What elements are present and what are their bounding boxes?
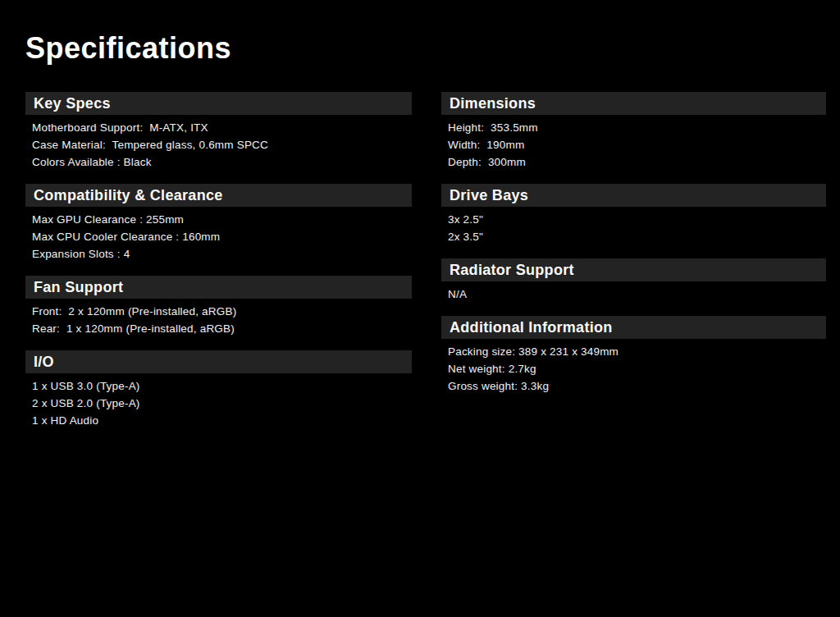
section-header: Compatibility & Clearance bbox=[25, 184, 412, 207]
section-items: Height: 353.5mm Width: 190mm Depth: 300m… bbox=[441, 115, 826, 171]
spec-line: Net weight: 2.7kg bbox=[448, 360, 826, 377]
section-title: Compatibility & Clearance bbox=[34, 187, 223, 204]
section-header: I/O bbox=[25, 350, 412, 373]
section-title: Key Specs bbox=[34, 95, 111, 112]
section-items: Motherboard Support: M-ATX, ITX Case Mat… bbox=[25, 115, 412, 171]
section-key-specs: Key Specs Motherboard Support: M-ATX, IT… bbox=[25, 92, 412, 171]
specifications-page: Specifications Key Specs Motherboard Sup… bbox=[0, 0, 840, 617]
section-header: Dimensions bbox=[441, 92, 826, 115]
section-items: N/A bbox=[441, 281, 826, 303]
section-header: Radiator Support bbox=[441, 258, 826, 281]
section-items: Packing size: 389 x 231 x 349mm Net weig… bbox=[441, 339, 826, 395]
spec-line: 2 x USB 2.0 (Type-A) bbox=[32, 395, 412, 412]
spec-line: Colors Available : Black bbox=[32, 153, 412, 171]
section-header: Drive Bays bbox=[441, 184, 826, 207]
spec-line: Gross weight: 3.3kg bbox=[448, 377, 826, 395]
section-items: 3x 2.5" 2x 3.5" bbox=[441, 207, 826, 245]
spec-line: Case Material: Tempered glass, 0.6mm SPC… bbox=[32, 136, 412, 153]
spec-line: 1 x USB 3.0 (Type-A) bbox=[32, 377, 412, 395]
spec-line: 1 x HD Audio bbox=[32, 412, 412, 429]
section-drive-bays: Drive Bays 3x 2.5" 2x 3.5" bbox=[441, 184, 826, 245]
section-items: Max GPU Clearance : 255mm Max CPU Cooler… bbox=[25, 207, 412, 263]
section-title: I/O bbox=[34, 354, 54, 371]
spec-line: Width: 190mm bbox=[448, 136, 826, 153]
spec-line: Front: 2 x 120mm (Pre-installed, aRGB) bbox=[32, 303, 412, 320]
spec-line: Rear: 1 x 120mm (Pre-installed, aRGB) bbox=[32, 320, 412, 337]
section-title: Fan Support bbox=[34, 279, 123, 296]
spec-line: Depth: 300mm bbox=[448, 153, 826, 171]
section-additional-information: Additional Information Packing size: 389… bbox=[441, 316, 826, 395]
spec-line: Height: 353.5mm bbox=[448, 119, 826, 136]
spec-line: 3x 2.5" bbox=[448, 211, 826, 228]
section-io: I/O 1 x USB 3.0 (Type-A) 2 x USB 2.0 (Ty… bbox=[25, 350, 412, 429]
spec-line: Max GPU Clearance : 255mm bbox=[32, 211, 412, 228]
section-title: Drive Bays bbox=[450, 187, 528, 204]
section-items: 1 x USB 3.0 (Type-A) 2 x USB 2.0 (Type-A… bbox=[25, 373, 412, 429]
section-header: Additional Information bbox=[441, 316, 826, 339]
left-column: Key Specs Motherboard Support: M-ATX, IT… bbox=[25, 92, 412, 442]
section-header: Key Specs bbox=[25, 92, 412, 115]
spec-line: Max CPU Cooler Clearance : 160mm bbox=[32, 228, 412, 245]
section-items: Front: 2 x 120mm (Pre-installed, aRGB) R… bbox=[25, 299, 412, 337]
section-compatibility-clearance: Compatibility & Clearance Max GPU Cleara… bbox=[25, 184, 412, 263]
page-title: Specifications bbox=[25, 31, 826, 65]
spec-line: N/A bbox=[448, 286, 826, 303]
section-fan-support: Fan Support Front: 2 x 120mm (Pre-instal… bbox=[25, 276, 412, 337]
section-title: Radiator Support bbox=[450, 262, 574, 279]
section-title: Additional Information bbox=[450, 319, 613, 336]
section-title: Dimensions bbox=[450, 95, 536, 112]
spec-line: Packing size: 389 x 231 x 349mm bbox=[448, 343, 826, 360]
section-dimensions: Dimensions Height: 353.5mm Width: 190mm … bbox=[441, 92, 826, 171]
section-radiator-support: Radiator Support N/A bbox=[441, 258, 826, 303]
spec-line: Expansion Slots : 4 bbox=[32, 245, 412, 263]
spec-columns: Key Specs Motherboard Support: M-ATX, IT… bbox=[25, 92, 826, 442]
section-header: Fan Support bbox=[25, 276, 412, 299]
right-column: Dimensions Height: 353.5mm Width: 190mm … bbox=[441, 92, 826, 408]
spec-line: Motherboard Support: M-ATX, ITX bbox=[32, 119, 412, 136]
spec-line: 2x 3.5" bbox=[448, 228, 826, 245]
